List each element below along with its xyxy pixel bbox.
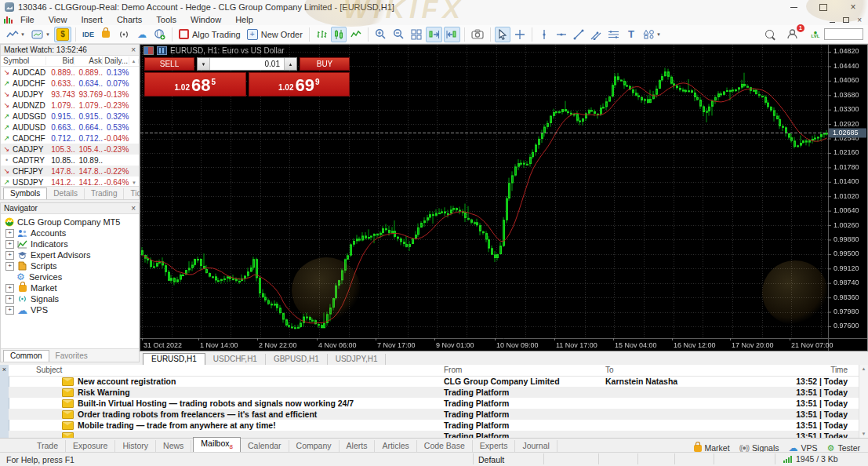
horizontal-line-tool[interactable] [554, 27, 569, 42]
tab-articles[interactable]: Articles [375, 440, 416, 453]
navigator-close-icon[interactable]: × [131, 205, 136, 213]
sidebar-item-market[interactable]: +Market [4, 282, 139, 293]
algo-trading-button[interactable]: Algo Trading [176, 27, 243, 42]
menu-tools[interactable]: Tools [149, 15, 183, 24]
mailbox-column-headers[interactable]: Subject From To Time [9, 365, 859, 377]
market-watch-row[interactable]: ↘AUDCAD0.889..0.889..0.13% [1, 67, 139, 78]
expand-icon[interactable]: + [5, 284, 14, 293]
lvl-button[interactable]: ●LVL [808, 27, 823, 42]
expand-icon[interactable]: + [5, 306, 14, 315]
tab-company[interactable]: Company [289, 440, 340, 453]
market-watch-row[interactable]: ↗AUDCHF0.633..0.634..0.07% [1, 78, 139, 89]
chart-tab-eurusd[interactable]: EURUSD,H1 [143, 353, 205, 365]
market-watch-row[interactable]: ↘CADJPY105.3..105.4..-0.23% [1, 144, 139, 155]
chart-shift-button[interactable] [444, 27, 460, 42]
market-watch-row[interactable]: ↗AUDUSD0.663..0.664..0.53% [1, 122, 139, 133]
vertical-line-tool[interactable] [536, 27, 552, 42]
market-watch-row[interactable]: ↗CADCHF0.712..0.712..-0.04% [1, 133, 139, 144]
crosshair-tool-button[interactable] [512, 27, 528, 42]
chart-type-dropdown[interactable]: ▼ [4, 27, 27, 42]
tab-experts[interactable]: Experts [473, 440, 516, 453]
mdi-close-button[interactable]: × [857, 16, 862, 24]
menu-file[interactable]: File [13, 15, 42, 24]
tab-codebase[interactable]: Code Base [417, 440, 473, 453]
volume-value[interactable]: 0.01 [210, 58, 284, 70]
sell-button[interactable]: SELL [144, 57, 194, 71]
sidebar-item-signals[interactable]: +Signals [4, 293, 139, 304]
market-watch-row[interactable]: ↘CHFJPY147.8..147.8..-0.22% [1, 166, 139, 177]
expand-icon[interactable]: + [5, 251, 14, 260]
sidebar-item-scripts[interactable]: +Scripts [4, 260, 139, 271]
trendline-tool[interactable] [571, 27, 587, 42]
tab-calendar[interactable]: Calendar [241, 440, 289, 453]
volume-increase-button[interactable]: ▲ [284, 58, 296, 70]
close-button[interactable]: × [838, 0, 868, 14]
tab-news[interactable]: News [156, 440, 191, 453]
expand-icon[interactable]: + [5, 229, 14, 238]
tab-exposure[interactable]: Exposure [66, 440, 115, 453]
tab-alerts[interactable]: Alerts [340, 440, 376, 453]
tab-mailbox[interactable]: Mailbox8 [193, 437, 241, 453]
sidebar-item-indicators[interactable]: +Indicators [4, 238, 139, 249]
mail-row[interactable]: Built-in Virtual Hosting — trading robot… [9, 398, 859, 409]
sidebar-item-services[interactable]: ⚙Services [4, 271, 139, 282]
cursor-tool-button[interactable] [495, 27, 510, 42]
tree-root[interactable]: CLG Group Company MT5 [4, 217, 139, 228]
tab-details[interactable]: Details [47, 188, 85, 199]
market-watch-row[interactable]: ↘AUDNZD1.079..1.079..-0.23% [1, 100, 139, 111]
auto-scroll-button[interactable] [426, 27, 442, 42]
zoom-in-button[interactable] [372, 27, 389, 42]
expand-icon[interactable]: + [5, 240, 14, 249]
tab-trade[interactable]: Trade [30, 440, 66, 453]
mail-row[interactable]: Mobile trading — trade from anywhere at … [9, 420, 859, 431]
navigator-header[interactable]: Navigator × [1, 203, 139, 214]
restore-button[interactable] [808, 0, 838, 14]
deposit-button[interactable]: $ [54, 27, 71, 42]
market-watch-row[interactable]: •CADTRY10.85..10.89.. [1, 155, 139, 166]
market-watch-column-headers[interactable]: SymbolBidAskDaily...▲ [1, 56, 139, 67]
vps-button[interactable]: ☁ [134, 27, 150, 42]
mail-row[interactable]: New account registrationCLG Group Compan… [9, 376, 859, 387]
sidebar-item-vps[interactable]: +☁VPS [4, 304, 139, 315]
mailbox-scrollbar[interactable]: ▲▼ [859, 365, 868, 438]
tab-favorites[interactable]: Favorites [49, 351, 94, 362]
status-profile[interactable]: Default [473, 453, 543, 464]
sell-price-box[interactable]: 1.02685 [144, 72, 246, 96]
ide-button[interactable]: IDE [80, 27, 96, 42]
sidebar-item-accounts[interactable]: +Accounts [4, 228, 139, 238]
tab-common[interactable]: Common [3, 350, 49, 362]
line-chart-mode-button[interactable] [348, 27, 364, 42]
menu-window[interactable]: Window [183, 15, 228, 24]
market-watch-row[interactable]: ↘AUDJPY93.74393.769-0.13% [1, 89, 139, 100]
fibonacci-tool[interactable] [605, 27, 622, 42]
menu-charts[interactable]: Charts [110, 15, 149, 24]
chart-window[interactable]: EURUSD, H1: Euro vs US Dollar SELL ▼ 0.0… [140, 44, 868, 351]
tile-windows-button[interactable] [409, 27, 424, 42]
buy-price-box[interactable]: 1.02699 [249, 72, 350, 96]
notifications-button[interactable]: 1 [784, 27, 801, 42]
new-order-button[interactable]: + New Order [245, 27, 305, 42]
candlestick-mode-button[interactable] [331, 27, 347, 42]
mail-row[interactable]: Risk WarningTrading Platform13:51 | Toda… [9, 387, 859, 398]
mail-row[interactable]: Order trading robots from freelancers — … [9, 409, 859, 420]
menu-help[interactable]: Help [228, 15, 260, 24]
scroll-down-icon[interactable]: ▼ [129, 180, 139, 185]
chart-template-dropdown[interactable]: ▼ [29, 27, 53, 42]
buy-button[interactable]: BUY [300, 57, 350, 71]
text-tool[interactable]: T [623, 27, 639, 42]
tab-history[interactable]: History [115, 440, 156, 453]
screenshot-button[interactable] [469, 27, 486, 42]
zoom-out-button[interactable] [390, 27, 407, 42]
expand-icon[interactable]: + [5, 295, 14, 304]
tab-symbols[interactable]: Symbols [3, 187, 47, 199]
search-button[interactable] [761, 27, 777, 42]
mdi-minimize-button[interactable] [830, 15, 835, 24]
scroll-up-icon[interactable]: ▲ [129, 59, 139, 64]
tab-journal[interactable]: Journal [515, 440, 557, 453]
chart-tab-gbpusd[interactable]: GBPUSD,H1 [266, 354, 328, 365]
mdi-restore-button[interactable] [843, 15, 849, 24]
bar-chart-mode-button[interactable] [314, 27, 329, 42]
market-watch-header[interactable]: Market Watch: 13:52:46 × [1, 45, 139, 56]
menu-view[interactable]: View [42, 15, 74, 24]
channel-tool[interactable] [588, 27, 604, 42]
